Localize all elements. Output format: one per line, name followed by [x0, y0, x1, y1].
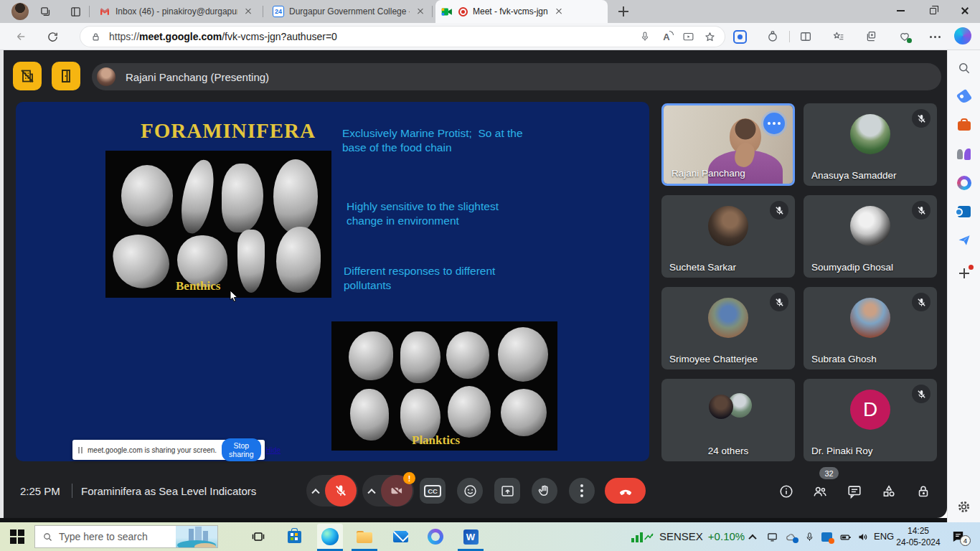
- task-view-button[interactable]: [250, 528, 267, 545]
- cortana-swirl-button[interactable]: [427, 528, 444, 545]
- site-lock-icon[interactable]: [88, 29, 103, 44]
- hide-share-bar-link[interactable]: Hide: [266, 446, 281, 454]
- mic-off-icon: [770, 201, 788, 220]
- tab-close-icon[interactable]: [415, 6, 426, 17]
- more-options-button[interactable]: [569, 478, 595, 504]
- split-screen-icon[interactable]: [798, 29, 814, 44]
- clock-time: 14:25: [895, 525, 941, 537]
- copilot-icon[interactable]: [954, 27, 971, 44]
- bottom-bar-divider: [72, 484, 72, 498]
- tab-calendar[interactable]: 24 Durgapur Government College -: [267, 0, 432, 23]
- tile-more-options-icon[interactable]: [763, 113, 785, 134]
- participant-tile[interactable]: Sucheta Sarkar: [661, 195, 795, 278]
- edge-sidebar: [947, 50, 980, 522]
- window-restore-button[interactable]: [920, 0, 945, 22]
- video-popout-icon[interactable]: [680, 29, 696, 44]
- warning-building-button[interactable]: [13, 62, 42, 90]
- url-host: meet.google.com: [139, 31, 222, 42]
- vertical-tabs-icon[interactable]: [67, 4, 83, 19]
- chat-icon[interactable]: [847, 484, 862, 499]
- favorites-icon[interactable]: [831, 29, 847, 44]
- refresh-icon[interactable]: [44, 29, 60, 44]
- games-icon[interactable]: [956, 146, 972, 162]
- new-tab-button[interactable]: [617, 5, 630, 18]
- edge-taskbar-button[interactable]: [321, 528, 339, 545]
- word-button[interactable]: W: [462, 528, 479, 545]
- search-highlight-image[interactable]: [176, 526, 217, 547]
- tools-icon[interactable]: [956, 118, 972, 133]
- tab-title: Durgapur Government College -: [289, 6, 410, 17]
- tray-onedrive-icon[interactable]: [785, 531, 797, 543]
- shopping-icon[interactable]: [956, 89, 972, 105]
- tab-close-icon[interactable]: [242, 6, 254, 17]
- show-people-icon[interactable]: [812, 484, 828, 499]
- sidebar-add-icon[interactable]: [956, 265, 972, 281]
- captions-button[interactable]: CC: [420, 478, 446, 504]
- start-button[interactable]: [9, 528, 26, 545]
- outlook-icon[interactable]: [956, 204, 972, 220]
- window-minimize-button[interactable]: [888, 0, 913, 22]
- tab-meet-active[interactable]: Meet - fvk-vcms-jgn: [435, 0, 608, 23]
- collections-icon[interactable]: [864, 29, 880, 44]
- tray-microphone-icon[interactable]: [804, 531, 816, 543]
- mic-options-chevron-icon[interactable]: [306, 488, 325, 494]
- drag-handle-icon[interactable]: [78, 447, 83, 453]
- mail-button[interactable]: [392, 528, 409, 545]
- camera-options-chevron-icon[interactable]: [362, 488, 381, 494]
- participant-avatar: D: [850, 390, 890, 430]
- tab-gmail[interactable]: Inbox (46) - pinakiroy@durgapur: [93, 0, 264, 23]
- extensions-icon[interactable]: [765, 29, 781, 44]
- settings-menu-icon[interactable]: [927, 32, 943, 42]
- favorite-star-icon[interactable]: [702, 29, 717, 44]
- page-left-edge: [0, 50, 4, 518]
- stop-sharing-button[interactable]: Stop sharing: [222, 438, 260, 461]
- participant-tile[interactable]: Anasuya Samadder: [804, 103, 937, 186]
- drop-icon[interactable]: [956, 232, 972, 248]
- present-button[interactable]: [494, 478, 520, 504]
- activities-icon[interactable]: [881, 484, 897, 499]
- end-call-button[interactable]: [605, 478, 646, 504]
- camera-toggle-button[interactable]: !: [381, 475, 413, 507]
- window-close-button[interactable]: [953, 0, 977, 22]
- browser-titlebar: Inbox (46) - pinakiroy@durgapur 24 Durga…: [0, 0, 980, 23]
- news-interests-widget[interactable]: SENSEX +0.10%: [631, 529, 745, 542]
- participant-tile[interactable]: Subrata Ghosh: [804, 287, 937, 369]
- participant-name: Soumyadip Ghosal: [811, 262, 893, 273]
- microsoft-store-button[interactable]: [286, 528, 303, 545]
- tab-sharing-indicator-icon[interactable]: [733, 30, 747, 44]
- voice-search-icon[interactable]: [637, 29, 653, 44]
- file-explorer-button[interactable]: [356, 528, 373, 545]
- mic-toggle-button[interactable]: [325, 475, 357, 507]
- back-icon[interactable]: [13, 29, 29, 44]
- tray-battery-icon[interactable]: [839, 531, 852, 543]
- browser-toolbar: https://meet.google.com/fvk-vcms-jgn?aut…: [0, 23, 980, 50]
- planktics-image: Planktics: [331, 321, 557, 451]
- raise-hand-button[interactable]: [532, 478, 557, 504]
- participant-tile[interactable]: Srimoyee Chatterjee: [661, 287, 795, 369]
- address-bar[interactable]: https://meet.google.com/fvk-vcms-jgn?aut…: [80, 27, 725, 47]
- workspaces-icon[interactable]: [37, 4, 53, 19]
- participant-tile-others[interactable]: 24 others: [661, 379, 795, 461]
- reactions-button[interactable]: [457, 478, 483, 504]
- taskbar-search-box[interactable]: Type here to search: [34, 525, 218, 548]
- host-controls-icon[interactable]: [915, 484, 931, 499]
- participant-tile[interactable]: Rajani Panchang: [661, 103, 795, 186]
- tray-meet-now-icon[interactable]: [766, 531, 778, 543]
- sidebar-settings-gear-icon[interactable]: [956, 499, 972, 514]
- tray-expand-chevron-icon[interactable]: [746, 531, 758, 543]
- browser-profile-avatar[interactable]: [11, 3, 29, 20]
- microsoft365-icon[interactable]: [956, 175, 972, 191]
- browser-essentials-icon[interactable]: [897, 29, 913, 44]
- taskbar-clock[interactable]: 14:2524-05-2024: [895, 525, 941, 548]
- meeting-details-icon[interactable]: [778, 484, 794, 499]
- read-aloud-icon[interactable]: A: [659, 29, 674, 44]
- notification-center-icon[interactable]: 4: [951, 529, 966, 542]
- warning-door-button[interactable]: [52, 62, 80, 90]
- language-indicator[interactable]: ENG: [874, 531, 894, 542]
- participant-tile[interactable]: D Dr. Pinaki Roy: [804, 379, 937, 461]
- sidebar-search-icon[interactable]: [956, 60, 972, 76]
- tray-volume-icon[interactable]: [857, 531, 870, 543]
- participant-tile[interactable]: Soumyadip Ghosal: [804, 195, 937, 278]
- tray-snip-icon[interactable]: [821, 531, 833, 543]
- tab-close-icon[interactable]: [553, 6, 565, 17]
